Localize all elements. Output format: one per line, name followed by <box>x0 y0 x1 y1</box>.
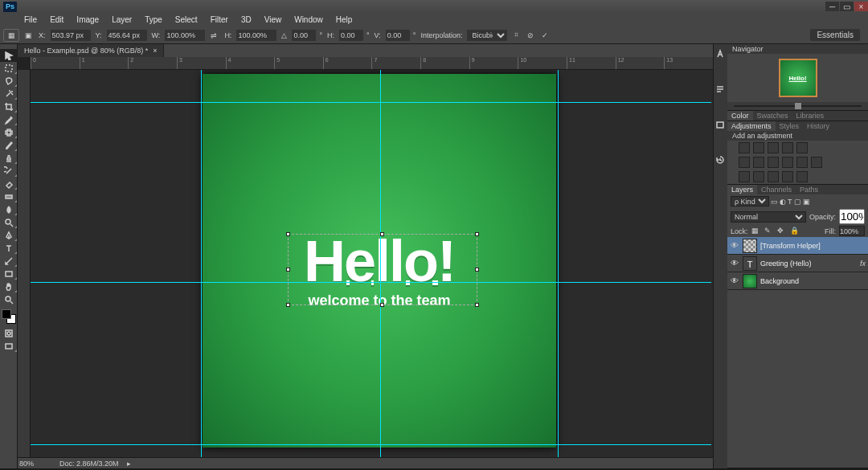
link-icon[interactable]: ⇌ <box>208 30 219 41</box>
wand-tool[interactable] <box>0 88 18 100</box>
guide[interactable] <box>31 102 711 103</box>
layer-name[interactable]: Background <box>760 277 799 285</box>
poster-adj-icon[interactable] <box>753 171 764 182</box>
colorbal-adj-icon[interactable] <box>753 157 764 168</box>
exposure-adj-icon[interactable] <box>782 142 793 153</box>
menu-type[interactable]: Type <box>138 15 169 24</box>
color-picker[interactable] <box>2 309 16 324</box>
reference-point-icon[interactable]: ▣ <box>23 30 34 41</box>
brush-tool[interactable] <box>0 139 18 152</box>
menu-filter[interactable]: Filter <box>204 15 235 24</box>
h-input[interactable] <box>236 30 276 41</box>
history-panel-icon[interactable] <box>715 155 727 166</box>
filter-adj-icon[interactable]: ◐ <box>780 198 786 206</box>
fill-input[interactable] <box>839 226 865 236</box>
filter-pixel-icon[interactable]: ▭ <box>771 198 778 206</box>
skew-h-input[interactable] <box>339 30 363 41</box>
document-tab[interactable]: Hello - Example.psd @ 80% (RGB/8) *× <box>18 44 164 57</box>
menu-edit[interactable]: Edit <box>43 15 70 24</box>
visibility-icon[interactable]: 👁 <box>730 241 739 251</box>
layer-row[interactable]: 👁 [Transform Helper] <box>727 237 868 255</box>
selcolor-adj-icon[interactable] <box>796 171 808 182</box>
w-input[interactable] <box>165 30 205 41</box>
lock-position-icon[interactable]: ✥ <box>777 227 787 236</box>
navigator-zoom-slider[interactable] <box>727 102 868 110</box>
menu-view[interactable]: View <box>258 15 289 24</box>
layer-row[interactable]: 👁 Background <box>727 272 868 290</box>
filter-type-icon[interactable]: T <box>788 198 792 206</box>
brightness-adj-icon[interactable] <box>739 142 750 153</box>
layer-thumbnail[interactable] <box>743 274 757 288</box>
gradmap-adj-icon[interactable] <box>782 171 793 182</box>
move-tool[interactable] <box>0 49 18 62</box>
shape-tool[interactable] <box>0 268 18 280</box>
visibility-icon[interactable]: 👁 <box>730 276 739 286</box>
menu-select[interactable]: Select <box>169 15 204 24</box>
transform-box[interactable] <box>288 234 477 305</box>
guide[interactable] <box>31 444 711 445</box>
menu-file[interactable]: File <box>18 15 43 24</box>
pen-tool[interactable] <box>0 229 18 242</box>
minimize-button[interactable]: ─ <box>825 2 839 11</box>
path-tool[interactable] <box>0 255 18 268</box>
history-brush-tool[interactable] <box>0 165 18 178</box>
channels-tab[interactable]: Channels <box>757 185 796 194</box>
paragraph-panel-icon[interactable] <box>715 84 727 96</box>
vibrance-adj-icon[interactable] <box>796 142 808 153</box>
lock-transparent-icon[interactable]: ▦ <box>751 227 761 236</box>
close-button[interactable]: × <box>854 2 868 11</box>
libraries-tab[interactable]: Libraries <box>792 111 829 121</box>
guide[interactable] <box>201 70 202 457</box>
stamp-tool[interactable] <box>0 152 18 165</box>
lock-pixels-icon[interactable]: ✎ <box>764 227 774 236</box>
bw-adj-icon[interactable] <box>768 157 779 168</box>
marquee-tool[interactable] <box>0 62 18 75</box>
character-panel-icon[interactable] <box>715 49 727 60</box>
layers-tab[interactable]: Layers <box>727 185 757 194</box>
blend-mode-select[interactable]: Normal <box>731 211 806 223</box>
blur-tool[interactable] <box>0 203 18 216</box>
visibility-icon[interactable]: 👁 <box>730 259 739 268</box>
opacity-input[interactable] <box>839 209 865 224</box>
skew-v-input[interactable] <box>386 30 410 41</box>
layer-fx-badge[interactable]: fx <box>860 260 866 268</box>
type-tool[interactable] <box>0 242 18 255</box>
tab-close-icon[interactable]: × <box>153 47 157 55</box>
guide[interactable] <box>558 70 559 457</box>
healing-tool[interactable] <box>0 126 18 139</box>
lasso-tool[interactable] <box>0 75 18 88</box>
workspace-switcher[interactable]: Essentials <box>810 29 860 41</box>
invert-adj-icon[interactable] <box>739 171 750 182</box>
layer-name[interactable]: [Transform Helper] <box>760 242 821 250</box>
layer-filter-kind[interactable]: ρ Kind <box>731 196 769 206</box>
menu-image[interactable]: Image <box>70 15 105 24</box>
hue-adj-icon[interactable] <box>739 157 750 168</box>
zoom-input[interactable] <box>19 460 51 468</box>
photo-adj-icon[interactable] <box>782 157 793 168</box>
dodge-tool[interactable] <box>0 216 18 229</box>
levels-adj-icon[interactable] <box>753 142 764 153</box>
eraser-tool[interactable] <box>0 178 18 190</box>
menu-layer[interactable]: Layer <box>105 15 138 24</box>
filter-smart-icon[interactable]: ▣ <box>803 198 810 206</box>
styles-tab[interactable]: Styles <box>776 121 804 131</box>
paths-tab[interactable]: Paths <box>796 185 822 194</box>
statusbar-arrow-icon[interactable]: ▸ <box>127 460 131 468</box>
layer-name[interactable]: Greeting (Hello) <box>760 260 812 268</box>
layer-thumbnail[interactable] <box>743 239 757 253</box>
canvas[interactable]: Hello! welcome to the team <box>31 70 713 457</box>
ruler-horizontal[interactable]: 012345678910111213 <box>31 57 713 70</box>
rotate-input[interactable] <box>292 30 316 41</box>
history-tab[interactable]: History <box>803 121 833 131</box>
mixer-adj-icon[interactable] <box>796 157 808 168</box>
restore-button[interactable]: ▭ <box>840 2 854 11</box>
mini-bridge-icon[interactable] <box>715 120 727 131</box>
quickmask-toggle[interactable] <box>0 327 18 340</box>
crop-tool[interactable] <box>0 100 18 113</box>
warp-icon[interactable]: ⌗ <box>510 30 522 41</box>
navigator-header[interactable]: Navigator <box>727 44 868 54</box>
menu-window[interactable]: Window <box>288 15 330 24</box>
menu-3d[interactable]: 3D <box>235 15 258 24</box>
adjustments-tab[interactable]: Adjustments <box>727 121 776 131</box>
zoom-tool[interactable] <box>0 293 18 306</box>
